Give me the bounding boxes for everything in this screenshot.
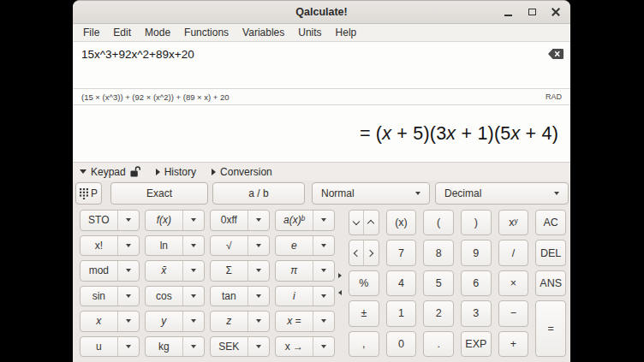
key-smart-parentheses[interactable]: (x) <box>386 210 417 235</box>
key-x-equals[interactable]: x = <box>276 312 313 331</box>
pane-expand-right-button[interactable] <box>338 271 345 280</box>
key-pi-dropdown[interactable] <box>313 261 334 281</box>
scroll-up-button[interactable] <box>363 211 378 234</box>
key-5[interactable]: 5 <box>423 270 454 296</box>
key-mod-dropdown[interactable] <box>117 261 139 281</box>
key-open-paren[interactable]: ( <box>423 210 454 235</box>
key-fx-dropdown[interactable] <box>182 211 204 230</box>
key-hex[interactable]: 0xff <box>211 211 247 230</box>
key-mod[interactable]: mod <box>80 261 117 281</box>
key-tan[interactable]: tan <box>211 287 247 306</box>
key-0[interactable]: 0 <box>386 331 417 357</box>
key-8[interactable]: 8 <box>423 240 454 265</box>
menu-item-units[interactable]: Units <box>291 27 328 39</box>
key-sek-dropdown[interactable] <box>247 337 269 357</box>
key-ans[interactable]: ANS <box>535 270 566 296</box>
key-kg-dropdown[interactable] <box>182 337 204 357</box>
menu-item-functions[interactable]: Functions <box>177 27 236 39</box>
key-y-dropdown[interactable] <box>182 312 204 331</box>
minimize-button[interactable] <box>498 3 517 21</box>
tab-history[interactable]: History <box>156 166 196 178</box>
key-x-to[interactable]: x → <box>276 337 313 357</box>
key-cos-dropdown[interactable] <box>182 287 204 306</box>
key-plus-minus[interactable]: ± <box>349 300 379 326</box>
key-z-dropdown[interactable] <box>247 312 269 331</box>
tab-keypad[interactable]: Keypad <box>80 166 140 178</box>
key-mean-dropdown[interactable] <box>182 261 204 281</box>
key-1[interactable]: 1 <box>386 300 417 326</box>
close-button[interactable] <box>546 3 565 21</box>
key-7[interactable]: 7 <box>386 240 417 265</box>
key-sto[interactable]: STO <box>80 211 117 230</box>
display-mode-select[interactable]: Normal <box>312 182 430 205</box>
tab-conversion[interactable]: Conversion <box>212 166 272 178</box>
key-3[interactable]: 3 <box>461 300 492 326</box>
key-del[interactable]: DEL <box>535 240 566 265</box>
expression-input[interactable]: 15x^3+92x^2+89x+20 <box>73 42 570 88</box>
maximize-button[interactable] <box>522 3 541 21</box>
key-decimal-point[interactable]: . <box>423 331 454 357</box>
key-x-equals-dropdown[interactable] <box>313 312 334 331</box>
key-hex-dropdown[interactable] <box>247 211 269 230</box>
clear-expression-button[interactable] <box>546 48 564 60</box>
key-sum-dropdown[interactable] <box>247 261 269 281</box>
key-ln-dropdown[interactable] <box>182 236 204 256</box>
key-i-dropdown[interactable] <box>313 287 334 306</box>
key-sek[interactable]: SEK <box>211 337 247 357</box>
cursor-right-button[interactable] <box>363 240 378 264</box>
key-y[interactable]: y <box>146 312 182 331</box>
programming-keypad-button[interactable]: P <box>75 182 102 205</box>
key-mean[interactable]: x̄ <box>146 261 182 281</box>
key-sum[interactable]: Σ <box>211 261 247 281</box>
key-9[interactable]: 9 <box>461 240 492 265</box>
key-fx[interactable]: f(x) <box>146 211 182 230</box>
key-multiply[interactable]: × <box>498 270 529 296</box>
key-x-to-dropdown[interactable] <box>313 337 334 357</box>
key-power[interactable]: xʸ <box>498 210 529 235</box>
menu-item-variables[interactable]: Variables <box>236 27 291 39</box>
key-sqrt-dropdown[interactable] <box>247 236 269 256</box>
key-e[interactable]: e <box>276 236 313 256</box>
key-factorial-dropdown[interactable] <box>117 236 139 256</box>
key-4[interactable]: 4 <box>386 270 417 296</box>
key-kg[interactable]: kg <box>146 337 182 357</box>
key-x-dropdown[interactable] <box>117 312 139 331</box>
menu-item-mode[interactable]: Mode <box>138 27 177 39</box>
key-cos[interactable]: cos <box>146 287 182 306</box>
key-sin-dropdown[interactable] <box>117 287 139 306</box>
key-factorial[interactable]: x! <box>80 236 117 256</box>
number-base-select[interactable]: Decimal <box>435 182 569 205</box>
key-sin[interactable]: sin <box>80 287 117 306</box>
exact-toggle-button[interactable]: Exact <box>110 182 208 205</box>
key-sto-dropdown[interactable] <box>117 211 139 230</box>
key-power-function[interactable]: a(x)ᵇ <box>276 211 313 230</box>
key-pi[interactable]: π <box>276 261 313 281</box>
key-exp[interactable]: EXP <box>461 331 492 357</box>
key-close-paren[interactable]: ) <box>461 210 492 235</box>
key-tan-dropdown[interactable] <box>247 287 269 306</box>
menu-item-edit[interactable]: Edit <box>106 27 138 39</box>
cursor-left-button[interactable] <box>349 240 363 264</box>
key-u[interactable]: u <box>80 337 117 357</box>
key-x[interactable]: x <box>80 312 117 331</box>
key-6[interactable]: 6 <box>461 270 492 296</box>
key-minus[interactable]: − <box>498 300 529 326</box>
menu-item-help[interactable]: Help <box>329 27 364 39</box>
angle-mode-indicator[interactable]: RAD <box>546 92 562 101</box>
key-z[interactable]: z <box>211 312 247 331</box>
key-ac[interactable]: AC <box>535 210 566 235</box>
key-i[interactable]: i <box>276 287 313 306</box>
pane-collapse-left-button[interactable] <box>338 288 345 297</box>
key-sqrt[interactable]: √ <box>211 236 247 256</box>
key-percent[interactable]: % <box>349 270 379 296</box>
menu-item-file[interactable]: File <box>76 27 106 39</box>
fraction-button[interactable]: a / b <box>212 182 305 205</box>
key-equals[interactable]: = <box>535 300 566 357</box>
key-e-dropdown[interactable] <box>313 236 334 256</box>
key-power-function-dropdown[interactable] <box>313 211 334 230</box>
key-ln[interactable]: ln <box>146 236 182 256</box>
scroll-down-button[interactable] <box>349 211 363 234</box>
key-divide[interactable]: / <box>498 240 529 265</box>
key-plus[interactable]: + <box>498 331 529 357</box>
key-2[interactable]: 2 <box>423 300 454 326</box>
